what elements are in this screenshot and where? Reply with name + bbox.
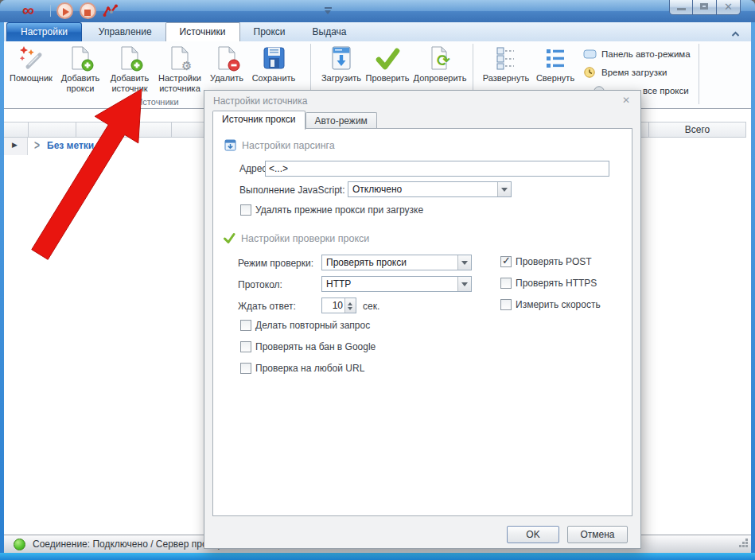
page-remove-icon xyxy=(213,45,240,72)
column-header-total[interactable]: Всего xyxy=(648,124,746,135)
remove-old-proxies-checkbox[interactable] xyxy=(240,204,251,216)
remove-old-proxies-label[interactable]: Удалять прежние прокси при загрузке xyxy=(255,204,423,216)
tree-expand-icon xyxy=(492,45,520,72)
step-down-icon xyxy=(348,307,352,313)
wait-seconds-stepper[interactable]: 10 xyxy=(321,298,356,313)
check-https-label[interactable]: Проверять HTTPS xyxy=(516,278,597,289)
measure-speed-checkbox[interactable] xyxy=(500,299,512,310)
address-input[interactable]: <...> xyxy=(265,161,609,177)
app-window: ∞ ✕ Настройки Управление Источники Прокс… xyxy=(0,0,755,560)
green-check-icon xyxy=(374,45,401,72)
start-button[interactable] xyxy=(56,2,73,19)
javascript-label: Выполнение JavaScript: xyxy=(239,185,345,196)
stop-icon xyxy=(84,10,91,16)
maximize-icon xyxy=(700,3,708,10)
seconds-units-label: сек. xyxy=(363,301,379,312)
check-https-checkbox[interactable] xyxy=(500,278,512,289)
check-post-checkbox[interactable]: ✓ xyxy=(500,256,512,267)
google-ban-checkbox[interactable] xyxy=(240,341,251,352)
tab-proxy[interactable]: Прокси xyxy=(240,23,299,41)
dropdown-arrow-icon[interactable] xyxy=(457,277,471,291)
tab-sources[interactable]: Источники xyxy=(165,22,240,41)
any-url-checkbox[interactable] xyxy=(240,363,251,374)
row-indicator-icon: ▶ xyxy=(12,141,18,149)
tree-item-label: Без метки (36) xyxy=(47,140,114,151)
window-controls: ✕ xyxy=(669,0,741,15)
load-button[interactable]: Загрузить xyxy=(320,44,363,84)
magic-wand-icon xyxy=(18,45,45,72)
auto-mode-panel-toggle[interactable]: Панель авто-режима xyxy=(583,45,691,63)
maximize-button[interactable] xyxy=(693,0,717,15)
close-icon: ✕ xyxy=(717,1,740,13)
cancel-button[interactable]: Отмена xyxy=(567,526,628,543)
ok-button[interactable]: OK xyxy=(507,526,559,543)
recheck-button[interactable]: ⟳ Допроверить xyxy=(412,44,468,84)
check-settings-icon xyxy=(223,232,235,247)
check-mode-label: Режим проверки: xyxy=(238,258,313,269)
assistant-button[interactable]: Помощник xyxy=(6,44,56,94)
check-mode-select[interactable]: Проверять прокси xyxy=(321,255,472,270)
protocol-select[interactable]: HTTP xyxy=(321,276,472,292)
expand-all-button[interactable]: Развернуть xyxy=(481,44,531,84)
dialog-close-icon[interactable]: ✕ xyxy=(622,95,630,106)
google-ban-label[interactable]: Проверять на бан в Google xyxy=(255,341,376,352)
add-proxy-button[interactable]: Добавить прокси xyxy=(56,44,105,94)
ribbon-tab-strip: Настройки Управление Источники Прокси Вы… xyxy=(4,22,751,41)
dialog-panel: Настройки парсинга Адрес: <...> Выполнен… xyxy=(212,128,632,516)
page-gear-icon: ⚙ xyxy=(166,45,193,72)
add-source-button[interactable]: Добавить источник xyxy=(105,44,154,94)
window-bottom-border xyxy=(0,553,755,560)
dropdown-arrow-icon[interactable] xyxy=(497,182,511,196)
clock-icon xyxy=(583,67,597,78)
measure-speed-label[interactable]: Измерить скорость xyxy=(516,299,601,310)
page-refresh-icon: ⟳ xyxy=(426,45,453,72)
minimize-icon xyxy=(677,8,686,10)
check-button[interactable]: Проверить xyxy=(363,44,412,84)
repeat-request-checkbox[interactable] xyxy=(240,320,251,331)
close-button[interactable]: ✕ xyxy=(717,0,741,15)
step-up-icon xyxy=(348,300,352,305)
repeat-request-label[interactable]: Делать повторный запрос xyxy=(255,320,370,331)
parsing-icon xyxy=(224,139,236,154)
ribbon-collapse-icon[interactable] xyxy=(731,29,740,40)
list-collapse-icon xyxy=(542,45,569,72)
load-time-toggle[interactable]: Время загрузки xyxy=(583,63,691,81)
download-window-icon xyxy=(328,45,355,72)
panel-icon xyxy=(583,49,597,60)
connection-status-icon xyxy=(14,539,25,550)
svg-text:⚙: ⚙ xyxy=(181,59,192,72)
tab-management[interactable]: Управление xyxy=(85,23,165,41)
any-url-label[interactable]: Проверка на любой URL xyxy=(255,363,364,374)
stop-button[interactable] xyxy=(80,2,96,19)
check-post-label[interactable]: Проверять POST xyxy=(516,256,592,267)
javascript-select[interactable]: Отключено xyxy=(348,181,512,197)
delete-button[interactable]: Удалить xyxy=(205,44,248,94)
protocol-label: Протокол: xyxy=(238,279,282,290)
app-logo-icon: ∞ xyxy=(22,1,34,20)
minimize-button[interactable] xyxy=(669,0,693,15)
tab-proxy-source[interactable]: Источник прокси xyxy=(212,111,306,130)
page-add-icon xyxy=(116,45,143,72)
statistics-icon[interactable] xyxy=(103,3,119,21)
dialog-tabs: Источник прокси Авто-режим xyxy=(212,111,377,130)
tab-auto-mode[interactable]: Авто-режим xyxy=(306,112,377,130)
check-icon: ✓ xyxy=(502,255,511,266)
dialog-title: Настройки источника xyxy=(204,91,640,111)
collapse-all-button[interactable]: Свернуть xyxy=(531,44,580,84)
section-check: Настройки проверки прокси xyxy=(223,231,369,246)
save-floppy-icon xyxy=(260,45,287,72)
tab-output[interactable]: Выдача xyxy=(299,23,360,41)
title-bar: ∞ ✕ xyxy=(0,0,755,22)
save-button[interactable]: Сохранить xyxy=(248,44,299,94)
qat-dropdown-icon[interactable] xyxy=(325,7,332,15)
dropdown-arrow-icon[interactable] xyxy=(457,255,471,270)
svg-text:⟳: ⟳ xyxy=(437,52,450,69)
tab-settings[interactable]: Настройки xyxy=(6,22,82,41)
source-settings-dialog: Настройки источника ✕ Источник прокси Ав… xyxy=(204,90,641,549)
source-settings-button[interactable]: ⚙ Настройки источника xyxy=(154,44,205,94)
stepper-buttons[interactable] xyxy=(344,298,356,313)
wait-answer-label: Ждать ответ: xyxy=(238,301,296,312)
section-parsing: Настройки парсинга xyxy=(224,138,335,153)
expander-icon[interactable]: > xyxy=(34,138,40,153)
resize-grip[interactable] xyxy=(738,538,749,550)
